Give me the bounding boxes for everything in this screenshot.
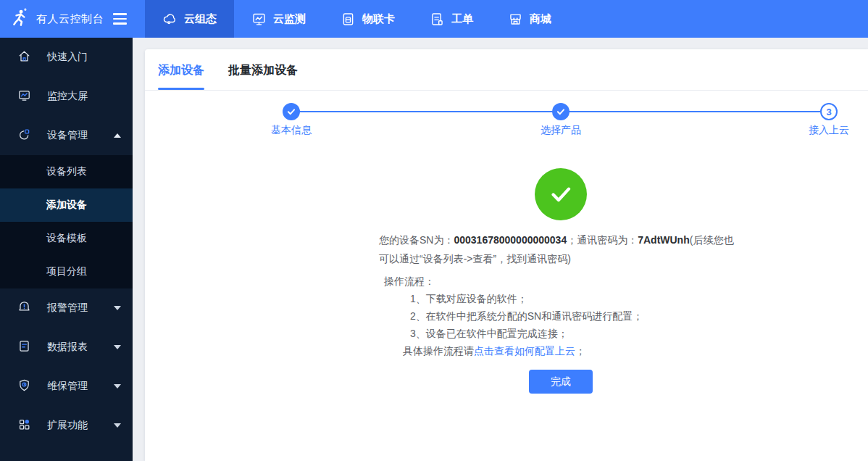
step-label-connect-cloud: 接入上云 (785, 124, 868, 137)
tab-add-device[interactable]: 添加设备 (158, 63, 204, 90)
store-icon (508, 12, 523, 27)
success-check-icon (535, 168, 587, 220)
page: 有人云控制台 云组态 (0, 0, 868, 461)
sidebar-item-add-device[interactable]: 添加设备 (0, 188, 133, 222)
sidebar-item-quick-start[interactable]: 快速入门 (0, 38, 133, 77)
tab-batch-add-device[interactable]: 批量添加设备 (228, 63, 298, 90)
configure-cloud-guide-link[interactable]: 点击查看如何配置上云 (474, 345, 575, 357)
flow-title: 操作流程： (384, 273, 643, 290)
hamburger-icon[interactable] (113, 13, 127, 25)
sidebar: 快速入门 监控大屏 设备管理 (0, 38, 133, 461)
chevron-down-icon (114, 306, 121, 310)
sidebar-item-label: 维保管理 (47, 380, 98, 393)
operation-flow: 操作流程： 1、下载对应设备的软件； 2、在软件中把系统分配的SN和通讯密码进行… (384, 273, 643, 360)
topnav-item-store[interactable]: 商城 (491, 0, 569, 38)
brand: 有人云控制台 (0, 0, 133, 38)
sidebar-item-extensions[interactable]: 扩展功能 (0, 406, 133, 445)
topnav-item-cloud-monitor[interactable]: 云监测 (234, 0, 323, 38)
monitor-chart-icon (251, 12, 267, 27)
sidebar-item-project-group[interactable]: 项目分组 (0, 255, 133, 288)
screen-chart-icon (17, 88, 31, 104)
sidebar-item-label: 设备管理 (47, 129, 98, 142)
submenu-label: 添加设备 (46, 199, 87, 212)
chevron-down-icon (114, 384, 121, 389)
sidebar-item-device-list[interactable]: 设备列表 (0, 155, 133, 188)
step-1-done-icon (283, 103, 300, 120)
password-label: ；通讯密码为： (567, 234, 638, 246)
chevron-down-icon (114, 423, 121, 428)
sidebar-item-maintenance[interactable]: 维保管理 (0, 367, 133, 406)
sidebar-item-device-management[interactable]: 设备管理 (0, 116, 133, 155)
sidebar-item-label: 数据报表 (47, 341, 98, 354)
topnav-item-iot-card[interactable]: 物联卡 (323, 0, 412, 38)
topnav-label: 商城 (530, 12, 551, 26)
chevron-down-icon (114, 345, 121, 349)
device-sn-paragraph: 您的设备SN为：00031678000000000034；通讯密码为：7AdtW… (379, 230, 737, 268)
shield-icon (17, 378, 31, 394)
finish-button[interactable]: 完成 (529, 370, 593, 394)
flow-step-1: 1、下载对应设备的软件； (384, 290, 643, 307)
sim-card-icon (341, 12, 356, 27)
main-area: 添加设备 批量添加设备 3 基本信息 选择产品 接入上云 您的设备SN为：000… (133, 38, 868, 461)
sidebar-item-monitor-screen[interactable]: 监控大屏 (0, 77, 133, 116)
sidebar-item-device-template[interactable]: 设备模板 (0, 222, 133, 255)
topnav-label: 云监测 (273, 12, 306, 26)
work-order-icon (430, 12, 445, 27)
submenu-label: 设备模板 (46, 232, 87, 245)
submenu-label: 项目分组 (46, 265, 87, 278)
topnav-item-work-order[interactable]: 工单 (412, 0, 491, 38)
password-value: 7AdtWUnh (638, 234, 690, 246)
sidebar-item-label: 报警管理 (47, 302, 98, 315)
sidebar-item-label: 监控大屏 (47, 90, 121, 103)
topnav-label: 物联卡 (362, 12, 395, 26)
device-pie-icon (17, 128, 31, 144)
step-3-number: 3 (820, 103, 838, 120)
top-navigation: 云组态 云监测 (145, 0, 569, 38)
device-management-submenu: 设备列表 添加设备 设备模板 项目分组 (0, 155, 133, 288)
apps-icon (17, 418, 31, 433)
runner-logo-icon (10, 8, 30, 30)
flow-detail-line: 具体操作流程请点击查看如何配置上云； (384, 342, 643, 360)
flow-step-2: 2、在软件中把系统分配的SN和通讯密码进行配置； (384, 307, 643, 325)
sidebar-item-alarm-management[interactable]: 报警管理 (0, 288, 133, 328)
content-card: 添加设备 批量添加设备 3 基本信息 选择产品 接入上云 您的设备SN为：000… (145, 49, 868, 461)
chevron-up-icon (114, 133, 121, 138)
sidebar-item-label: 扩展功能 (47, 419, 98, 432)
sidebar-item-data-report[interactable]: 数据报表 (0, 328, 133, 367)
sn-value: 00031678000000000034 (454, 234, 567, 246)
flow-detail-prefix: 具体操作流程请 (403, 345, 474, 357)
home-icon (17, 49, 31, 65)
submenu-label: 设备列表 (46, 165, 87, 178)
step-2-done-icon (552, 103, 569, 120)
cloud-icon (162, 12, 178, 27)
topnav-label: 云组态 (184, 12, 217, 26)
tab-bar: 添加设备 批量添加设备 (145, 49, 868, 91)
step-label-basic-info: 基本信息 (248, 124, 335, 137)
alarm-icon (17, 300, 31, 316)
flow-detail-suffix: ； (575, 345, 585, 357)
report-icon (17, 339, 31, 355)
sidebar-item-label: 快速入门 (47, 51, 121, 64)
app-title: 有人云控制台 (36, 12, 104, 26)
step-label-select-product: 选择产品 (517, 124, 604, 137)
topnav-label: 工单 (451, 12, 473, 26)
topnav-item-cloud-scada[interactable]: 云组态 (145, 0, 234, 38)
flow-step-3: 3、设备已在软件中配置完成连接； (384, 325, 643, 342)
topbar: 有人云控制台 云组态 (0, 0, 868, 38)
sn-label: 您的设备SN为： (379, 234, 454, 246)
